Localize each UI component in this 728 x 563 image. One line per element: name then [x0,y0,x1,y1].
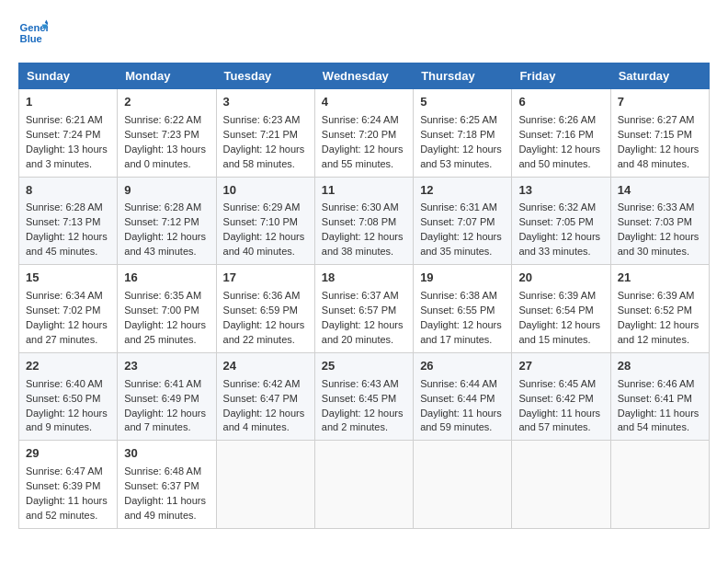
sunset: Sunset: 7:05 PM [518,216,593,227]
col-header-friday: Friday [512,63,610,89]
daylight: Daylight: 13 hours and 3 minutes. [26,144,108,169]
svg-text:Blue: Blue [20,33,42,44]
sunset: Sunset: 7:02 PM [26,304,100,316]
day-number: 29 [26,445,110,463]
day-cell: 25Sunrise: 6:43 AMSunset: 6:45 PMDayligh… [314,352,413,441]
day-number: 11 [322,182,406,200]
daylight: Daylight: 12 hours and 35 minutes. [420,231,502,257]
day-cell [414,441,512,529]
sunrise: Sunrise: 6:23 AM [223,114,301,125]
day-number: 23 [124,358,209,375]
day-number: 5 [420,94,505,111]
day-number: 17 [223,270,308,287]
day-cell: 4Sunrise: 6:24 AMSunset: 7:20 PMDaylight… [314,89,413,178]
sunrise: Sunrise: 6:34 AM [26,290,103,301]
daylight: Daylight: 11 hours and 59 minutes. [420,408,502,433]
day-cell [314,441,413,529]
day-number: 14 [618,182,702,200]
daylight: Daylight: 12 hours and 15 minutes. [518,319,600,345]
day-number: 30 [124,445,209,463]
sunrise: Sunrise: 6:44 AM [420,378,497,389]
sunrise: Sunrise: 6:38 AM [420,290,497,301]
sunset: Sunset: 7:24 PM [26,129,100,140]
day-number: 4 [322,94,406,111]
day-cell: 30Sunrise: 6:48 AMSunset: 6:37 PMDayligh… [118,441,216,529]
day-number: 21 [618,270,702,287]
day-cell: 20Sunrise: 6:39 AMSunset: 6:54 PMDayligh… [512,265,610,353]
sunset: Sunset: 7:07 PM [420,216,495,227]
day-number: 18 [322,270,406,287]
sunset: Sunset: 6:37 PM [124,480,199,491]
sunset: Sunset: 6:57 PM [322,304,396,316]
day-number: 7 [618,94,702,111]
sunrise: Sunrise: 6:27 AM [618,114,695,125]
sunrise: Sunrise: 6:30 AM [322,201,399,213]
sunrise: Sunrise: 6:24 AM [322,114,399,125]
sunset: Sunset: 6:44 PM [420,393,495,404]
day-cell [512,441,610,529]
day-number: 9 [124,182,209,200]
day-number: 24 [223,358,308,375]
sunrise: Sunrise: 6:39 AM [618,290,695,301]
day-cell: 12Sunrise: 6:31 AMSunset: 7:07 PMDayligh… [414,177,512,265]
sunrise: Sunrise: 6:29 AM [223,201,301,213]
day-number: 19 [420,270,505,287]
day-number: 15 [26,270,110,287]
day-cell: 27Sunrise: 6:45 AMSunset: 6:42 PMDayligh… [512,352,610,441]
sunset: Sunset: 7:13 PM [26,216,100,227]
logo-icon: General Blue [18,18,48,48]
day-number: 3 [223,94,308,111]
sunrise: Sunrise: 6:41 AM [124,378,201,389]
day-cell [216,441,314,529]
day-number: 20 [518,270,603,287]
svg-text:General: General [20,22,48,33]
day-cell: 19Sunrise: 6:38 AMSunset: 6:55 PMDayligh… [414,265,512,353]
sunrise: Sunrise: 6:47 AM [26,465,103,477]
daylight: Daylight: 12 hours and 58 minutes. [223,144,305,169]
day-cell: 21Sunrise: 6:39 AMSunset: 6:52 PMDayligh… [610,265,709,353]
day-number: 12 [420,182,505,200]
sunrise: Sunrise: 6:36 AM [223,290,301,301]
day-cell: 3Sunrise: 6:23 AMSunset: 7:21 PMDaylight… [216,89,314,178]
daylight: Daylight: 12 hours and 45 minutes. [26,231,108,257]
page-header: General Blue [18,18,710,48]
sunset: Sunset: 7:15 PM [618,129,692,140]
sunrise: Sunrise: 6:22 AM [124,114,201,125]
daylight: Daylight: 12 hours and 53 minutes. [420,144,502,169]
day-number: 2 [124,94,209,111]
sunrise: Sunrise: 6:28 AM [26,201,103,213]
week-row-1: 1Sunrise: 6:21 AMSunset: 7:24 PMDaylight… [19,89,710,178]
sunset: Sunset: 7:18 PM [420,129,495,140]
daylight: Daylight: 13 hours and 0 minutes. [124,144,206,169]
day-cell: 5Sunrise: 6:25 AMSunset: 7:18 PMDaylight… [414,89,512,178]
day-number: 10 [223,182,308,200]
day-cell: 22Sunrise: 6:40 AMSunset: 6:50 PMDayligh… [19,352,118,441]
day-cell: 28Sunrise: 6:46 AMSunset: 6:41 PMDayligh… [610,352,709,441]
day-cell: 1Sunrise: 6:21 AMSunset: 7:24 PMDaylight… [19,89,118,178]
sunset: Sunset: 6:59 PM [223,304,298,316]
col-header-tuesday: Tuesday [216,63,314,89]
sunrise: Sunrise: 6:46 AM [618,378,695,389]
day-cell: 13Sunrise: 6:32 AMSunset: 7:05 PMDayligh… [512,177,610,265]
daylight: Daylight: 12 hours and 9 minutes. [26,408,108,433]
sunset: Sunset: 7:20 PM [322,129,396,140]
day-cell: 6Sunrise: 6:26 AMSunset: 7:16 PMDaylight… [512,89,610,178]
sunrise: Sunrise: 6:28 AM [124,201,201,213]
week-row-4: 22Sunrise: 6:40 AMSunset: 6:50 PMDayligh… [19,352,710,441]
sunrise: Sunrise: 6:39 AM [518,290,596,301]
col-header-sunday: Sunday [19,63,118,89]
day-cell: 14Sunrise: 6:33 AMSunset: 7:03 PMDayligh… [610,177,709,265]
sunset: Sunset: 6:54 PM [518,304,593,316]
day-cell: 26Sunrise: 6:44 AMSunset: 6:44 PMDayligh… [414,352,512,441]
sunset: Sunset: 6:39 PM [26,480,100,491]
sunrise: Sunrise: 6:35 AM [124,290,201,301]
daylight: Daylight: 12 hours and 20 minutes. [322,319,404,345]
day-cell: 29Sunrise: 6:47 AMSunset: 6:39 PMDayligh… [19,441,118,529]
sunset: Sunset: 7:00 PM [124,304,199,316]
sunrise: Sunrise: 6:32 AM [518,201,596,213]
day-number: 22 [26,358,110,375]
week-row-3: 15Sunrise: 6:34 AMSunset: 7:02 PMDayligh… [19,265,710,353]
daylight: Daylight: 12 hours and 55 minutes. [322,144,404,169]
daylight: Daylight: 12 hours and 30 minutes. [618,231,700,257]
sunrise: Sunrise: 6:40 AM [26,378,103,389]
